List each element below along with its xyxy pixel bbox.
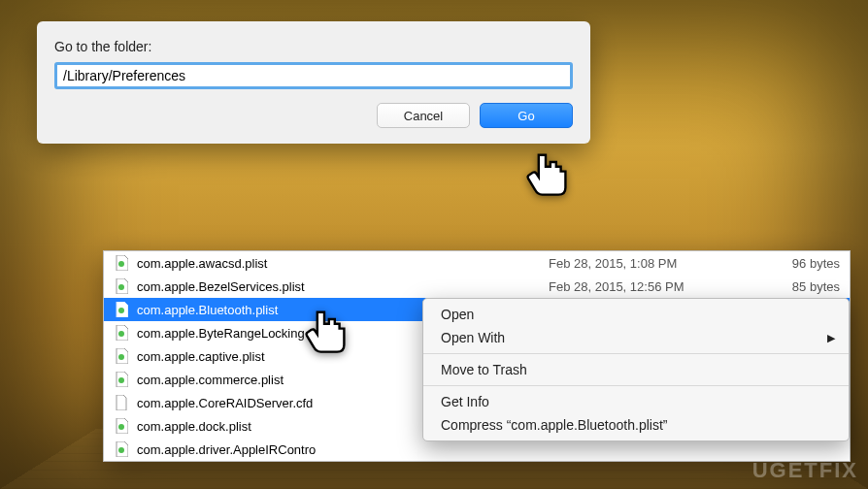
table-row[interactable]: com.apple.awacsd.plist Feb 28, 2015, 1:0… [104,251,850,275]
menu-open-with[interactable]: Open With ▶ [423,326,849,349]
menu-move-to-trash[interactable]: Move to Trash [423,358,849,381]
dialog-button-row: Cancel Go [54,103,573,128]
menu-compress[interactable]: Compress “com.apple.Bluetooth.plist” [423,413,849,437]
plist-icon [114,418,129,434]
plist-icon [114,278,129,294]
file-name: com.apple.driver.AppleIRContro [137,442,549,457]
svg-point-2 [118,308,124,313]
table-row[interactable]: com.apple.BezelServices.plist Feb 28, 20… [104,275,850,298]
folder-path-input[interactable] [54,62,573,89]
menu-separator [423,385,849,386]
plist-icon [114,325,129,341]
file-size: 96 bytes [762,256,840,271]
menu-open-with-label: Open With [441,330,505,345]
submenu-arrow-icon: ▶ [827,332,835,344]
plist-icon [114,372,129,387]
svg-point-1 [118,284,124,290]
menu-get-info[interactable]: Get Info [423,390,849,413]
finder-file-list: com.apple.awacsd.plist Feb 28, 2015, 1:0… [103,250,851,462]
cancel-button[interactable]: Cancel [377,103,470,128]
svg-point-0 [118,261,124,267]
file-date: Feb 28, 2015, 1:08 PM [549,256,762,271]
plist-icon [114,302,129,317]
file-icon [114,395,129,410]
menu-separator [423,353,849,354]
plist-icon [114,255,129,271]
pointer-hand-icon [522,146,569,202]
go-button[interactable]: Go [480,103,573,128]
file-size: 85 bytes [762,279,840,294]
context-menu: Open Open With ▶ Move to Trash Get Info … [422,298,850,441]
svg-point-5 [118,377,124,383]
svg-point-4 [118,354,124,360]
file-name: com.apple.awacsd.plist [137,256,549,271]
menu-open[interactable]: Open [423,303,849,326]
svg-point-6 [118,424,124,430]
svg-point-3 [118,331,124,337]
plist-icon [114,441,129,457]
file-name: com.apple.BezelServices.plist [137,279,549,294]
svg-point-7 [118,447,124,453]
file-date: Feb 28, 2015, 12:56 PM [549,279,762,294]
go-to-folder-dialog: Go to the folder: Cancel Go [37,21,590,144]
plist-icon [114,348,129,364]
go-to-folder-label: Go to the folder: [54,39,573,54]
